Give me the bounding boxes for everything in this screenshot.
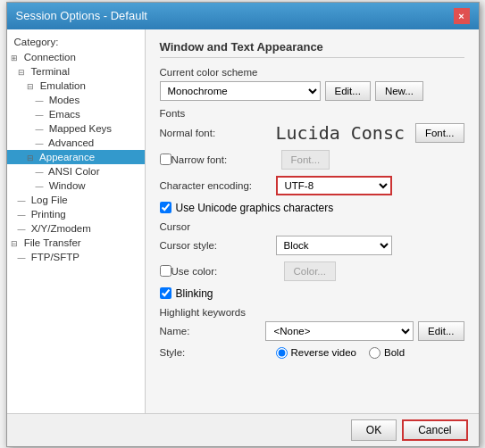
encoding-select[interactable]: UTF-8	[276, 176, 392, 195]
dash-icon: —	[36, 111, 46, 120]
highlight-section: Highlight keywords Name: <None> Edit... …	[160, 307, 464, 359]
cancel-button[interactable]: Cancel	[402, 419, 467, 441]
dash-icon: —	[36, 182, 46, 191]
dash-icon: —	[18, 196, 29, 205]
sidebar-item-appearance[interactable]: ⊟ Appearance	[7, 150, 145, 164]
sidebar-item-file-transfer[interactable]: ⊟ File Transfer	[7, 236, 145, 250]
dash-icon: —	[36, 125, 46, 134]
dash-icon: —	[36, 139, 46, 148]
highlight-style-row: Style: Reverse video Bold	[160, 347, 464, 359]
encoding-label: Character encoding:	[160, 180, 276, 191]
highlight-label: Highlight keywords	[160, 307, 464, 318]
normal-font-row: Normal font: Lucida Consc Font...	[160, 122, 464, 144]
dash-icon: —	[36, 96, 46, 105]
sidebar-item-advanced[interactable]: — Advanced	[7, 136, 145, 150]
narrow-font-checkbox[interactable]	[160, 153, 171, 165]
expand-icon: ⊞	[11, 54, 21, 62]
sidebar-item-window[interactable]: — Window	[7, 178, 145, 193]
use-color-label: Use color:	[171, 266, 277, 277]
cursor-section-label: Cursor	[160, 221, 464, 232]
cursor-style-row: Cursor style: Block	[160, 236, 464, 255]
title-bar: Session Options - Default ×	[7, 3, 479, 29]
color-edit-button[interactable]: Edit...	[325, 81, 371, 101]
sidebar-item-mapped-keys[interactable]: — Mapped Keys	[7, 121, 145, 136]
narrow-font-row: Narrow font: Font...	[160, 150, 464, 170]
sidebar-item-log-file[interactable]: — Log File	[7, 193, 145, 207]
blinking-checkbox[interactable]	[160, 287, 171, 299]
color-scheme-select[interactable]: Monochrome	[160, 81, 321, 101]
expand-icon: ⊟	[27, 82, 38, 91]
unicode-checkbox-row: Use Unicode graphics characters	[160, 202, 464, 214]
highlight-style-label: Style:	[160, 347, 276, 358]
highlight-name-select[interactable]: <None>	[265, 321, 414, 341]
dash-icon: —	[18, 253, 29, 262]
sidebar-item-printing[interactable]: — Printing	[7, 207, 145, 221]
expand-icon: ⊟	[18, 68, 29, 77]
cursor-color-row: Use color: Color...	[160, 261, 464, 281]
unicode-label: Use Unicode graphics characters	[176, 202, 334, 214]
sidebar-item-emulation[interactable]: ⊟ Emulation	[7, 79, 145, 93]
highlight-name-row: Name: <None> Edit...	[160, 321, 464, 341]
use-color-checkbox[interactable]	[160, 265, 171, 277]
expand-icon: ⊟	[11, 239, 21, 248]
ok-button[interactable]: OK	[351, 419, 397, 441]
section-title: Window and Text Appearance	[160, 40, 464, 58]
session-options-dialog: Session Options - Default × Category: ⊞ …	[6, 2, 480, 447]
unicode-checkbox[interactable]	[160, 202, 171, 213]
dialog-footer: OK Cancel	[7, 413, 479, 446]
color-scheme-section: Current color scheme Monochrome Edit... …	[160, 67, 464, 101]
encoding-row: Character encoding: UTF-8	[160, 176, 464, 195]
expand-icon: ⊟	[27, 153, 38, 162]
highlight-edit-button[interactable]: Edit...	[418, 321, 464, 341]
blinking-row: Blinking	[160, 287, 464, 300]
fonts-section: Fonts Normal font: Lucida Consc Font... …	[160, 108, 464, 214]
bold-radio[interactable]	[369, 347, 380, 359]
sidebar-item-emacs[interactable]: — Emacs	[7, 107, 145, 121]
bold-label: Bold	[384, 347, 405, 358]
highlight-name-label: Name:	[160, 326, 266, 336]
dash-icon: —	[18, 225, 29, 234]
cursor-section: Cursor Cursor style: Block Use color: Co…	[160, 221, 464, 300]
cursor-style-select[interactable]: Block	[276, 236, 392, 255]
sidebar-item-modes[interactable]: — Modes	[7, 93, 145, 107]
blinking-label: Blinking	[176, 287, 213, 300]
close-button[interactable]: ×	[454, 8, 470, 24]
category-label: Category:	[7, 34, 145, 50]
sidebar: Category: ⊞ Connection ⊟ Terminal ⊟ Emul…	[7, 29, 146, 413]
font-preview: Lucida Consc	[276, 122, 411, 144]
sidebar-item-xy-zmodem[interactable]: — X/Y/Zmodem	[7, 221, 145, 236]
dash-icon: —	[18, 211, 29, 220]
main-panel: Window and Text Appearance Current color…	[146, 29, 479, 413]
sidebar-item-ftp-sftp[interactable]: — FTP/SFTP	[7, 250, 145, 264]
sidebar-item-terminal[interactable]: ⊟ Terminal	[7, 64, 145, 79]
color-scheme-row: Monochrome Edit... New...	[160, 81, 464, 101]
sidebar-item-connection[interactable]: ⊞ Connection	[7, 50, 145, 64]
normal-font-button[interactable]: Font...	[415, 123, 464, 143]
dash-icon: —	[36, 168, 46, 177]
narrow-font-label: Narrow font:	[171, 154, 277, 165]
cursor-style-label: Cursor style:	[160, 240, 276, 251]
fonts-label: Fonts	[160, 108, 464, 119]
color-scheme-label: Current color scheme	[160, 67, 464, 78]
reverse-video-radio[interactable]	[276, 347, 288, 359]
color-button: Color...	[284, 261, 336, 281]
style-radio-group: Reverse video Bold	[276, 347, 418, 359]
narrow-font-button: Font...	[281, 150, 330, 170]
color-new-button[interactable]: New...	[375, 81, 423, 101]
dialog-title: Session Options - Default	[16, 9, 147, 22]
reverse-video-label: Reverse video	[291, 347, 357, 358]
dialog-body: Category: ⊞ Connection ⊟ Terminal ⊟ Emul…	[7, 29, 479, 413]
normal-font-label: Normal font:	[160, 128, 276, 138]
sidebar-item-ansi-color[interactable]: — ANSI Color	[7, 164, 145, 178]
